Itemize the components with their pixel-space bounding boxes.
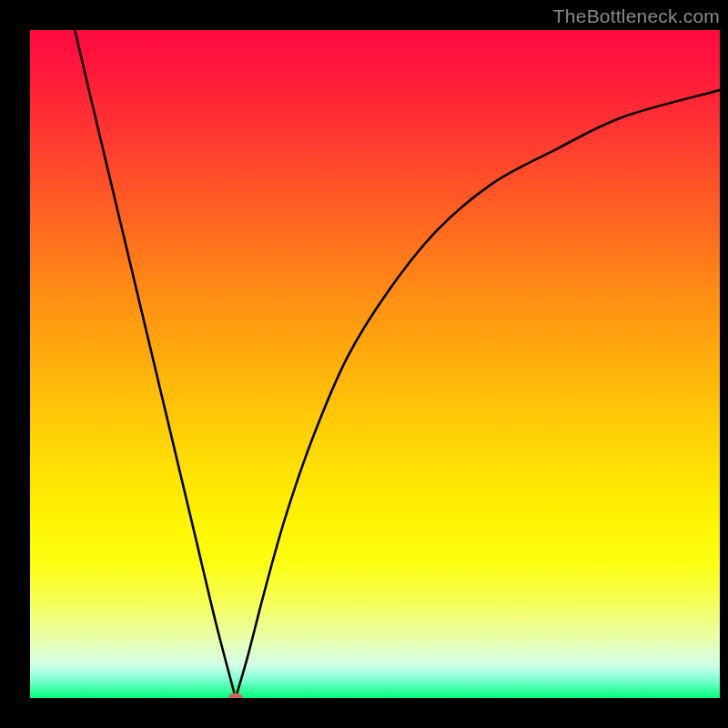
watermark-text: TheBottleneck.com xyxy=(553,5,720,27)
plot-area xyxy=(30,30,720,698)
min-marker-icon xyxy=(228,693,243,699)
gradient-background xyxy=(30,30,720,698)
chart-frame: TheBottleneck.com xyxy=(0,0,728,728)
